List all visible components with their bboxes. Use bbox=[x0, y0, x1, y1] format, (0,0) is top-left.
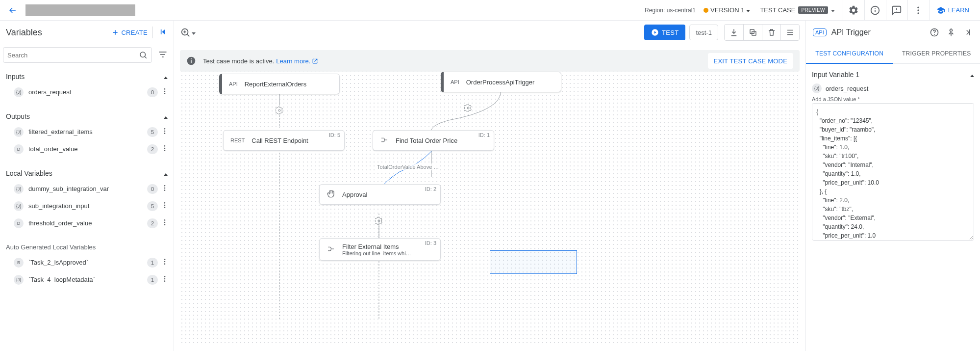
task-node-find[interactable]: Find Total Order Price ID: 1 bbox=[373, 130, 494, 151]
test-case-select[interactable]: test-1 bbox=[689, 25, 718, 40]
svg-point-26 bbox=[164, 189, 166, 191]
variable-menu-button[interactable] bbox=[159, 86, 171, 98]
variable-row[interactable]: D total_order_value 2 bbox=[0, 140, 174, 158]
section-outputs-header[interactable]: Outputs bbox=[0, 108, 174, 123]
top-bar: Region: us-central1 VERSION 1 TEST CASE … bbox=[0, 0, 980, 21]
pin-icon bbox=[947, 28, 955, 37]
svg-point-15 bbox=[164, 88, 166, 90]
download-icon bbox=[729, 28, 738, 37]
test-button[interactable]: TEST bbox=[644, 25, 685, 40]
back-button[interactable] bbox=[4, 1, 22, 19]
variable-menu-button[interactable] bbox=[159, 200, 171, 212]
page-title-placeholder bbox=[25, 4, 135, 16]
testcase-selector[interactable]: TEST CASE PREVIEW bbox=[760, 6, 834, 14]
version-selector[interactable]: VERSION 1 bbox=[704, 6, 752, 14]
overflow-button[interactable] bbox=[907, 0, 929, 21]
section-inputs-header[interactable]: Inputs bbox=[0, 68, 174, 83]
node-title: Call REST Endpoint bbox=[251, 137, 337, 144]
api-icon: API bbox=[229, 81, 238, 87]
input-variable-name: orders_request bbox=[826, 85, 868, 92]
collapse-sidebar-button[interactable] bbox=[158, 27, 168, 38]
task-node-rest[interactable]: REST Call REST Endpoint ID: 5 bbox=[223, 130, 345, 151]
tab-test-configuration[interactable]: TEST CONFIGURATION bbox=[806, 44, 893, 64]
variable-row[interactable]: {J} orders_request 0 bbox=[0, 83, 174, 101]
section-locals-header[interactable]: Local Variables bbox=[0, 164, 174, 180]
variable-menu-button[interactable] bbox=[159, 126, 171, 137]
svg-line-11 bbox=[145, 56, 146, 58]
list-button[interactable] bbox=[780, 25, 799, 40]
download-button[interactable] bbox=[725, 25, 743, 40]
variable-menu-button[interactable] bbox=[159, 143, 171, 155]
settings-button[interactable] bbox=[843, 0, 864, 21]
variable-row[interactable]: {J} `Task_4_loopMetadata` 1 bbox=[0, 271, 174, 288]
chevron-down-icon bbox=[746, 6, 750, 14]
task-node-approval[interactable]: Approval ID: 2 bbox=[319, 184, 441, 205]
rightpanel-title: API Trigger bbox=[831, 28, 926, 37]
test-case-selected: test-1 bbox=[696, 29, 712, 36]
edge-config-button[interactable] bbox=[275, 106, 284, 115]
svg-point-23 bbox=[164, 150, 166, 151]
svg-point-2 bbox=[875, 8, 876, 9]
flow-canvas[interactable]: Test case mode is active. Learn more. EX… bbox=[174, 44, 805, 351]
type-badge-json: {J} bbox=[14, 275, 24, 285]
learn-more-link[interactable]: Learn more. bbox=[276, 57, 318, 65]
usage-count-badge: 5 bbox=[147, 201, 158, 211]
preview-badge: PREVIEW bbox=[798, 6, 828, 14]
trigger-node-report[interactable]: API ReportExternalOrders bbox=[219, 74, 340, 94]
task-node-filter[interactable]: Filter External Items Filtering out line… bbox=[319, 238, 441, 261]
node-id: ID: 1 bbox=[478, 132, 490, 138]
variable-row[interactable]: {J} sub_integration_input 5 bbox=[0, 197, 174, 215]
variable-menu-button[interactable] bbox=[159, 274, 171, 285]
json-input-textarea[interactable] bbox=[812, 103, 974, 241]
filter-button[interactable] bbox=[156, 48, 170, 63]
variable-row[interactable]: {J} dummy_sub_integration_var 0 bbox=[0, 180, 174, 197]
svg-line-40 bbox=[187, 34, 189, 36]
region-label: Region: us-central1 bbox=[645, 7, 696, 14]
edge-config-button[interactable] bbox=[374, 216, 384, 226]
variable-menu-button[interactable] bbox=[159, 183, 171, 194]
chevron-up-icon bbox=[970, 71, 974, 79]
section-inputs-title: Inputs bbox=[6, 73, 25, 81]
more-vert-icon bbox=[913, 5, 923, 15]
tab-trigger-properties[interactable]: TRIGGER PROPERTIES bbox=[893, 44, 980, 63]
skip-previous-icon bbox=[158, 27, 168, 37]
copy-button[interactable] bbox=[743, 25, 762, 40]
search-input[interactable] bbox=[7, 52, 139, 59]
usage-count-badge: 1 bbox=[147, 258, 158, 268]
expand-button[interactable] bbox=[959, 24, 976, 41]
sidebar-title: Variables bbox=[6, 27, 111, 38]
usage-count-badge: 0 bbox=[147, 184, 158, 194]
edge-config-button[interactable] bbox=[463, 103, 473, 113]
edge-label: TotalOrderValue Above … bbox=[376, 163, 440, 170]
help-button[interactable] bbox=[926, 24, 943, 41]
feedback-button[interactable] bbox=[886, 0, 907, 21]
api-icon: API bbox=[451, 79, 459, 85]
usage-count-badge: 5 bbox=[147, 127, 158, 137]
chevron-up-icon bbox=[164, 169, 168, 177]
learn-button[interactable]: LEARN bbox=[929, 0, 976, 21]
node-subtitle: Filtering out line_items whi… bbox=[342, 250, 433, 256]
variable-menu-button[interactable] bbox=[159, 257, 171, 268]
exit-test-mode-button[interactable]: EXIT TEST CASE MODE bbox=[708, 53, 793, 69]
variable-row[interactable]: D threshold_order_value 2 bbox=[0, 215, 174, 232]
variable-menu-button[interactable] bbox=[159, 217, 171, 229]
info-button[interactable] bbox=[864, 0, 886, 21]
node-id: ID: 3 bbox=[425, 240, 436, 246]
feedback-icon bbox=[891, 5, 902, 16]
testcase-label: TEST CASE bbox=[760, 6, 795, 14]
section-locals-title: Local Variables bbox=[6, 169, 52, 177]
svg-point-37 bbox=[164, 278, 166, 280]
chevron-down-icon bbox=[192, 29, 196, 36]
search-input-wrap[interactable] bbox=[3, 47, 152, 63]
svg-point-38 bbox=[164, 280, 166, 282]
input-variable-header[interactable]: Input Variable 1 bbox=[812, 71, 974, 79]
delete-button[interactable] bbox=[762, 25, 780, 40]
section-autogen-header[interactable]: Auto Generated Local Variables bbox=[0, 239, 174, 254]
create-variable-button[interactable]: CREATE bbox=[111, 28, 148, 36]
zoom-button[interactable] bbox=[180, 27, 196, 38]
variable-row[interactable]: B `Task_2_isApproved` 1 bbox=[0, 254, 174, 271]
pin-button[interactable] bbox=[943, 24, 959, 41]
trigger-node-orderprocess[interactable]: API OrderProcessApiTrigger bbox=[441, 72, 561, 92]
usage-count-badge: 2 bbox=[147, 218, 158, 228]
variable-row[interactable]: {J} filtered_external_items 5 bbox=[0, 123, 174, 140]
